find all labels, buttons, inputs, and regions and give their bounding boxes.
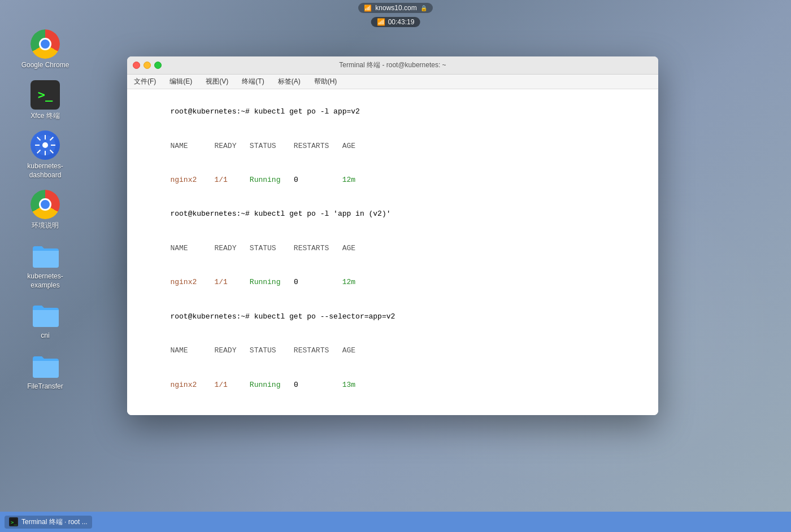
cni-folder-icon bbox=[31, 300, 60, 329]
terminal-body[interactable]: root@kubernetes:~# kubectl get po -l app… bbox=[127, 89, 658, 415]
sidebar-item-file-transfer[interactable]: FileTransfer bbox=[23, 348, 68, 394]
sidebar-item-xfce-terminal[interactable]: >_ Xfce 终端 bbox=[26, 78, 64, 123]
k8s-dashboard-label: kubernetes-dashboard bbox=[17, 162, 73, 180]
taskbar-terminal-item[interactable]: >_ Terminal 终端 · root ... bbox=[5, 516, 92, 529]
term-line-1: root@kubernetes:~# kubectl get po -l app… bbox=[135, 95, 650, 129]
term-line-3: nginx2 1/1 Running 0 12m bbox=[135, 163, 650, 197]
top-bar: 📶 knows10.com 🔒 📶 00:43:19 bbox=[0, 0, 791, 16]
signal-icon: 📶 bbox=[364, 5, 372, 12]
terminal-title: Terminal 终端 - root@kubernetes: ~ bbox=[339, 60, 446, 70]
window-maximize-button[interactable] bbox=[154, 62, 162, 69]
menu-tabs[interactable]: 标签(A) bbox=[276, 76, 303, 88]
file-transfer-folder-svg bbox=[31, 353, 60, 378]
env-chrome-icon bbox=[31, 190, 60, 219]
terminal-menu: 文件(F) 编辑(E) 视图(V) 终端(T) 标签(A) 帮助(H) bbox=[127, 75, 658, 89]
cni-folder-svg bbox=[31, 302, 60, 327]
timer-pill: 📶 00:43:19 bbox=[371, 17, 420, 27]
sidebar-item-cni[interactable]: cni bbox=[26, 298, 64, 343]
menu-help[interactable]: 帮助(H) bbox=[312, 76, 340, 88]
terminal-icon: >_ bbox=[31, 80, 60, 110]
svg-point-1 bbox=[42, 142, 48, 148]
chrome-icon bbox=[31, 29, 60, 59]
folder-svg bbox=[31, 243, 60, 268]
menu-view[interactable]: 视图(V) bbox=[203, 76, 231, 88]
term-line-4: root@kubernetes:~# kubectl get po -l 'ap… bbox=[135, 197, 650, 231]
top-bar-center: 📶 knows10.com 🔒 bbox=[358, 3, 432, 13]
term-line-2: NAME READY STATUS RESTARTS AGE bbox=[135, 129, 650, 163]
env-desc-label: 环境说明 bbox=[32, 221, 59, 230]
signal-small-icon: 📶 bbox=[377, 18, 385, 26]
window-buttons bbox=[133, 62, 162, 69]
sidebar-item-kubernetes-dashboard[interactable]: kubernetes-dashboard bbox=[12, 128, 78, 182]
term-line-6: nginx2 1/1 Running 0 12m bbox=[135, 265, 650, 299]
sidebar: Google Chrome >_ Xfce 终端 bbox=[0, 16, 90, 512]
timer-value: 00:43:19 bbox=[388, 18, 415, 26]
cni-label: cni bbox=[41, 332, 49, 341]
terminal-cursor bbox=[255, 415, 260, 416]
sidebar-item-k8s-examples[interactable]: kubernetes-examples bbox=[12, 238, 78, 292]
menu-terminal[interactable]: 终端(T) bbox=[240, 76, 266, 88]
taskbar-terminal-label: Terminal 终端 · root ... bbox=[21, 517, 88, 527]
taskbar: >_ Terminal 终端 · root ... bbox=[0, 512, 791, 532]
chrome-label: Google Chrome bbox=[21, 61, 69, 70]
menu-file[interactable]: 文件(F) bbox=[132, 76, 158, 88]
k8s-examples-folder-icon bbox=[31, 241, 60, 270]
sidebar-item-env-desc[interactable]: 环境说明 bbox=[26, 187, 64, 233]
k8s-examples-label: kubernetes-examples bbox=[17, 272, 73, 290]
desktop: 📶 knows10.com 🔒 📶 00:43:19 Google Chrome… bbox=[0, 0, 791, 532]
term-line-7: root@kubernetes:~# kubectl get po --sele… bbox=[135, 300, 650, 334]
window-minimize-button[interactable] bbox=[144, 62, 151, 69]
top-bar-url: knows10.com bbox=[375, 4, 416, 12]
file-transfer-folder-icon bbox=[31, 351, 60, 380]
k8s-wheel-icon bbox=[34, 134, 56, 156]
menu-edit[interactable]: 编辑(E) bbox=[167, 76, 194, 88]
taskbar-terminal-icon: >_ bbox=[9, 517, 18, 526]
sidebar-item-google-chrome[interactable]: Google Chrome bbox=[17, 27, 74, 72]
term-line-10: root@kubernetes:~# bbox=[135, 402, 650, 415]
file-transfer-label: FileTransfer bbox=[27, 382, 63, 391]
svg-text:>_: >_ bbox=[11, 520, 17, 525]
term-line-9: nginx2 1/1 Running 0 13m bbox=[135, 368, 650, 402]
terminal-label: Xfce 终端 bbox=[31, 112, 59, 121]
term-line-5: NAME READY STATUS RESTARTS AGE bbox=[135, 232, 650, 265]
lock-icon: 🔒 bbox=[420, 5, 427, 11]
terminal-window: Terminal 终端 - root@kubernetes: ~ 文件(F) 编… bbox=[127, 56, 658, 415]
window-close-button[interactable] bbox=[133, 62, 140, 69]
terminal-titlebar: Terminal 终端 - root@kubernetes: ~ bbox=[127, 56, 658, 75]
k8s-icon bbox=[31, 130, 60, 160]
term-line-8: NAME READY STATUS RESTARTS AGE bbox=[135, 334, 650, 368]
